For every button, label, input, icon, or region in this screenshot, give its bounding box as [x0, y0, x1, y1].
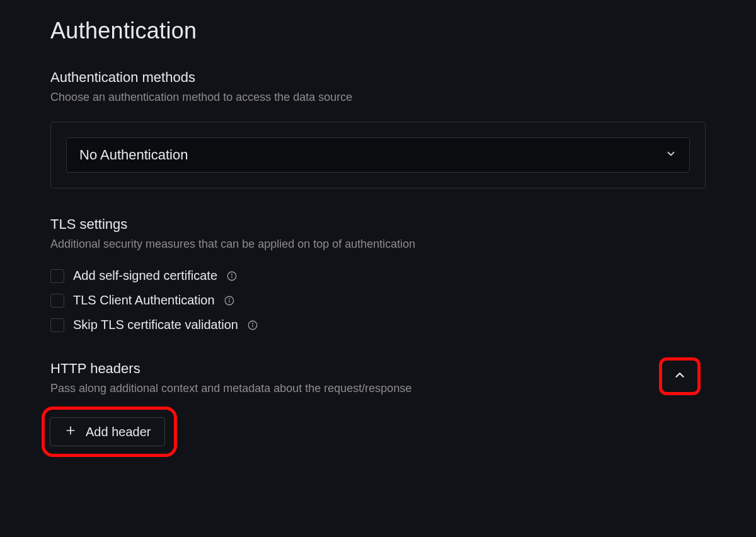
svg-point-8 — [253, 323, 253, 323]
chevron-up-icon — [673, 368, 687, 384]
info-icon[interactable] — [224, 295, 235, 306]
checkbox-label: Add self-signed certificate — [73, 268, 217, 283]
tls-option-skip-validation: Skip TLS certificate validation — [50, 318, 706, 332]
tls-settings-description: Additional security measures that can be… — [50, 238, 706, 251]
auth-method-select[interactable]: No Authentication — [66, 137, 690, 173]
auth-method-select-container: No Authentication — [50, 122, 706, 188]
page-title: Authentication — [50, 18, 706, 44]
http-headers-description: Pass along additional context and metada… — [50, 382, 659, 395]
auth-methods-section: Authentication methods Choose an authent… — [50, 69, 706, 188]
svg-point-2 — [232, 274, 232, 274]
svg-point-5 — [229, 298, 229, 299]
add-header-label: Add header — [86, 425, 151, 439]
plus-icon — [64, 424, 77, 439]
checkbox-self-signed[interactable] — [50, 269, 64, 283]
add-header-highlight: Add header — [42, 407, 177, 457]
http-headers-title: HTTP headers — [50, 361, 659, 377]
tls-options-list: Add self-signed certificate TLS Client A… — [50, 268, 706, 332]
checkbox-label: TLS Client Authentication — [73, 293, 215, 308]
info-icon[interactable] — [226, 270, 238, 282]
auth-methods-title: Authentication methods — [50, 69, 706, 86]
info-icon[interactable] — [247, 320, 258, 331]
checkbox-skip-validation[interactable] — [50, 318, 64, 332]
collapse-toggle-button[interactable] — [659, 357, 701, 395]
checkbox-label: Skip TLS certificate validation — [73, 318, 238, 332]
tls-settings-section: TLS settings Additional security measure… — [50, 216, 706, 332]
http-headers-section: HTTP headers Pass along additional conte… — [50, 360, 706, 457]
auth-methods-description: Choose an authentication method to acces… — [50, 91, 706, 104]
tls-settings-title: TLS settings — [50, 216, 706, 233]
chevron-down-icon — [665, 148, 677, 162]
checkbox-client-auth[interactable] — [50, 294, 64, 308]
auth-method-select-value: No Authentication — [79, 147, 188, 163]
tls-option-client-auth: TLS Client Authentication — [50, 293, 706, 308]
add-header-button[interactable]: Add header — [50, 417, 165, 446]
tls-option-self-signed: Add self-signed certificate — [50, 268, 706, 283]
